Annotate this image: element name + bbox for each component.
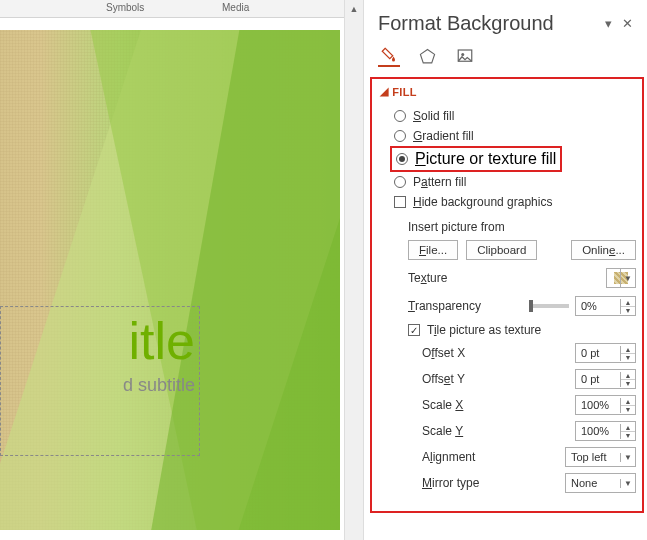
scale-y-label: Scale Y (422, 424, 463, 438)
radio-picture-texture-highlight: Picture or texture fill (390, 146, 562, 172)
chevron-down-icon: ▼ (620, 269, 635, 287)
chevron-down-icon: ▼ (620, 479, 635, 488)
pane-close-icon[interactable]: ✕ (622, 16, 633, 31)
radio-picture-texture-label[interactable]: Picture or texture fill (415, 150, 556, 168)
texture-label: Texture (408, 271, 447, 285)
check-hide-bg[interactable]: Hide background graphics (378, 192, 636, 212)
radio-icon (394, 176, 406, 188)
file-button[interactable]: File... (408, 240, 458, 260)
alignment-label: Alignment (422, 450, 475, 464)
scale-x-label: Scale X (422, 398, 463, 412)
offset-x-spinner[interactable]: 0 pt ▲▼ (575, 343, 636, 363)
scale-x-spinner[interactable]: 100% ▲▼ (575, 395, 636, 415)
fill-section-header[interactable]: ◢ FILL (378, 85, 636, 98)
online-button[interactable]: Online... (571, 240, 636, 260)
checkbox-icon: ✓ (408, 324, 420, 336)
spin-down-icon[interactable]: ▼ (621, 307, 635, 314)
tab-picture-icon[interactable] (454, 45, 476, 67)
svg-point-2 (461, 53, 464, 56)
clipboard-button[interactable]: Clipboard (466, 240, 537, 260)
radio-pattern-fill[interactable]: Pattern fill (378, 172, 636, 192)
title-placeholder[interactable]: itle d subtitle (0, 306, 200, 456)
fill-section-highlight: ◢ FILL Solid fill Gradient fill Picture … (370, 77, 644, 513)
pane-tabs (364, 41, 647, 77)
texture-picker[interactable]: ▼ (606, 268, 636, 288)
radio-icon (394, 130, 406, 142)
mirror-combo[interactable]: None ▼ (565, 473, 636, 493)
ribbon-remnant: Symbols Media (0, 0, 370, 18)
subtitle-text[interactable]: d subtitle (1, 375, 199, 396)
svg-marker-0 (420, 49, 434, 62)
check-tile[interactable]: ✓ Tile picture as texture (378, 320, 636, 340)
alignment-combo[interactable]: Top left ▼ (565, 447, 636, 467)
scroll-up-button[interactable]: ▲ (345, 0, 363, 18)
radio-icon (394, 110, 406, 122)
radio-solid-fill[interactable]: Solid fill (378, 106, 636, 126)
tab-fill-icon[interactable] (378, 45, 400, 67)
offset-y-label: Offset Y (422, 372, 465, 386)
checkbox-icon (394, 196, 406, 208)
ribbon-group-symbols: Symbols (106, 2, 144, 13)
format-background-pane: Format Background ▾ ✕ ◢ FILL Solid fill … (364, 0, 647, 540)
mirror-label: Mirror type (422, 476, 479, 490)
title-text[interactable]: itle (1, 315, 199, 367)
tab-effects-icon[interactable] (416, 45, 438, 67)
insert-picture-label: Insert picture from (408, 220, 636, 234)
scale-y-spinner[interactable]: 100% ▲▼ (575, 421, 636, 441)
slide-canvas[interactable]: itle d subtitle (0, 30, 340, 530)
transparency-slider[interactable] (529, 304, 569, 308)
offset-x-label: Offset X (422, 346, 465, 360)
pane-menu-icon[interactable]: ▾ (605, 16, 612, 31)
transparency-spinner[interactable]: 0% ▲▼ (575, 296, 636, 316)
radio-icon[interactable] (396, 153, 408, 165)
vertical-scrollbar[interactable]: ▲ (344, 0, 364, 540)
transparency-label: Transparency (408, 299, 481, 313)
radio-gradient-fill[interactable]: Gradient fill (378, 126, 636, 146)
pane-title: Format Background (378, 12, 554, 35)
spin-up-icon[interactable]: ▲ (621, 299, 635, 307)
ribbon-group-media: Media (222, 2, 249, 13)
offset-y-spinner[interactable]: 0 pt ▲▼ (575, 369, 636, 389)
chevron-down-icon: ▼ (620, 453, 635, 462)
collapse-icon[interactable]: ◢ (380, 85, 388, 98)
